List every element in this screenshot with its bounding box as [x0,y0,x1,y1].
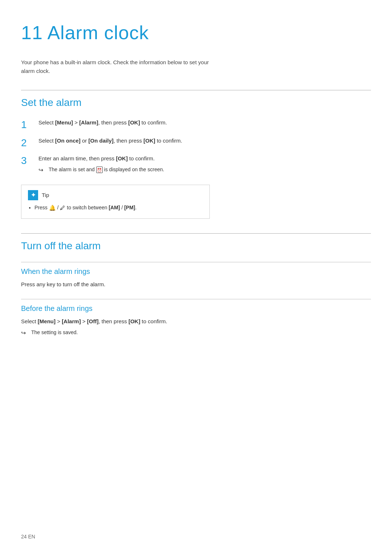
step-2-text: Select [On once] or [On daily], then pre… [38,138,182,144]
before-rings-result-text: The setting is saved. [31,329,78,336]
bell-icon: 🔔 [49,204,56,212]
set-alarm-section: Set the alarm 1 Select [Menu] > [Alarm],… [21,97,371,219]
tip-item-1: Press 🔔 / 🖉 to switch between [AM] / [PM… [34,204,203,212]
step-3-text: Enter an alarm time, then press [OK] to … [38,155,155,161]
turn-off-alarm-divider [21,233,371,234]
turn-off-alarm-section: Turn off the alarm When the alarm rings … [21,240,371,337]
tip-label: Tip [42,192,49,198]
alarm-screen-icon: ⏰ [96,167,103,173]
when-rings-title: When the alarm rings [21,267,371,276]
page-title: 11 Alarm clock [21,22,371,44]
tip-icon: ✦ [28,190,38,200]
arrow-icon: ↪ [38,166,46,175]
step-1-number: 1 [21,119,34,131]
tip-content: Press 🔔 / 🖉 to switch between [AM] / [PM… [28,204,203,212]
before-rings-title: Before the alarm rings [21,304,371,313]
step-3: 3 Enter an alarm time, then press [OK] t… [21,155,371,175]
step-1: 1 Select [Menu] > [Alarm], then press [O… [21,119,371,131]
step-1-text: Select [Menu] > [Alarm], then press [OK]… [38,119,167,126]
set-alarm-steps: 1 Select [Menu] > [Alarm], then press [O… [21,119,371,175]
page-footer: 24 EN [21,534,35,539]
intro-text: Your phone has a built-in alarm clock. C… [21,58,210,75]
note-icon: 🖉 [60,204,65,212]
when-rings-divider [21,262,371,262]
set-alarm-divider [21,90,371,90]
when-rings-text: Press any key to turn off the alarm. [21,280,371,289]
when-rings-block: When the alarm rings Press any key to tu… [21,267,371,289]
before-rings-block: Before the alarm rings Select [Menu] > [… [21,304,371,337]
step-2-number: 2 [21,137,34,149]
before-rings-arrow-icon: ↪ [21,329,28,337]
before-rings-divider [21,299,371,299]
tip-star-icon: ✦ [31,192,36,198]
step-3-result-text: The alarm is set and ⏰ is displayed on t… [49,166,164,173]
turn-off-alarm-title: Turn off the alarm [21,240,371,252]
step-3-result: ↪ The alarm is set and ⏰ is displayed on… [38,166,371,175]
tip-header: ✦ Tip [28,190,203,200]
step-2: 2 Select [On once] or [On daily], then p… [21,137,371,149]
tip-box: ✦ Tip Press 🔔 / 🖉 to switch between [AM]… [21,185,210,219]
set-alarm-title: Set the alarm [21,97,371,108]
before-rings-text: Select [Menu] > [Alarm] > [Off], then pr… [21,317,371,326]
step-3-number: 3 [21,155,34,167]
before-rings-result: ↪ The setting is saved. [21,329,371,337]
